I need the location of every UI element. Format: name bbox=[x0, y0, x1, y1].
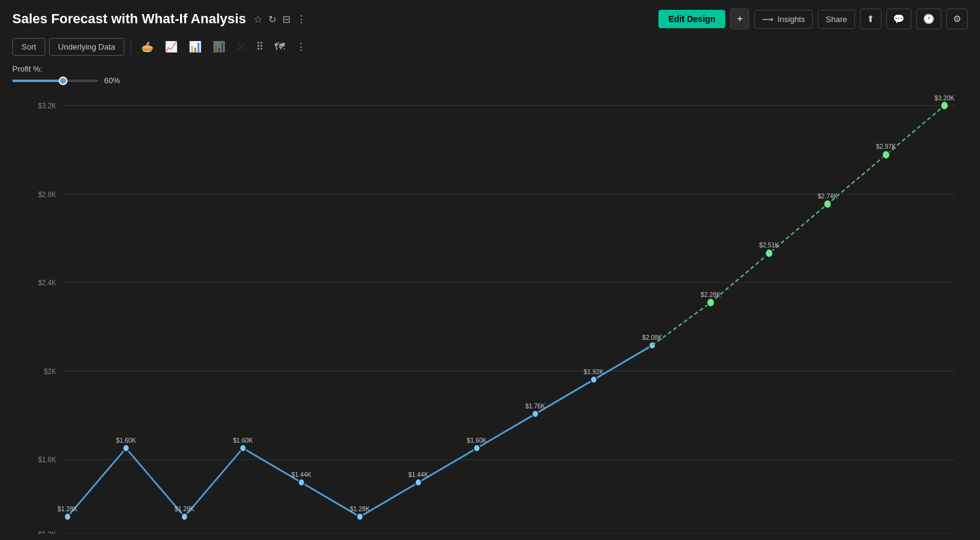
header-left: Sales Forecast with What-If Analysis ☆ ↻… bbox=[12, 11, 306, 27]
forecast-dot-3 bbox=[882, 151, 889, 159]
y-label-1: $3.2K bbox=[38, 101, 56, 110]
data-label-7: $1.60K bbox=[467, 436, 487, 444]
data-label-4: $1.44K bbox=[292, 470, 312, 478]
comment-button[interactable]: 💬 bbox=[886, 9, 911, 29]
line-chart-icon[interactable]: 📈 bbox=[161, 38, 181, 56]
forecast-dot-2 bbox=[824, 200, 831, 208]
actual-dot-0 bbox=[64, 513, 70, 520]
slider-section: Profit %: 60% bbox=[0, 61, 980, 85]
data-label-1: $1.60K bbox=[116, 436, 137, 444]
chart-area: $3.2K $2.8K $2.4K $2K $1.6K $1.2K bbox=[0, 85, 980, 540]
forecast-label-2: $2.74K bbox=[818, 192, 838, 200]
export-button[interactable]: ⬆ bbox=[860, 9, 881, 29]
data-label-8: $1.76K bbox=[526, 402, 546, 410]
slider-label: Profit %: bbox=[12, 64, 968, 73]
insights-icon: ⟿ bbox=[762, 15, 774, 24]
actual-dot-1 bbox=[123, 444, 129, 452]
slider-value: 60% bbox=[104, 76, 120, 85]
toolbar-separator bbox=[130, 40, 131, 54]
y-label-5: $1.6K bbox=[38, 456, 56, 465]
data-label-0: $1.28K bbox=[58, 504, 78, 512]
star-icon[interactable]: ☆ bbox=[254, 13, 262, 25]
profit-slider[interactable] bbox=[12, 80, 98, 82]
page-title: Sales Forecast with What-If Analysis bbox=[12, 11, 246, 27]
forecast-label-3: $2.97K bbox=[876, 143, 896, 151]
sort-button[interactable]: Sort bbox=[12, 38, 45, 56]
header: Sales Forecast with What-If Analysis ☆ ↻… bbox=[0, 0, 980, 36]
forecast-dot-1 bbox=[766, 249, 773, 258]
actual-dot-3 bbox=[240, 444, 246, 452]
map-icon[interactable]: 🗺 bbox=[271, 39, 288, 56]
history-button[interactable]: 🕐 bbox=[916, 9, 941, 29]
data-label-9: $1.92K bbox=[584, 367, 604, 375]
forecast-dot-4 bbox=[941, 101, 948, 110]
data-label-3: $1.60K bbox=[233, 436, 253, 444]
actual-dot-8 bbox=[532, 410, 538, 418]
actual-dot-7 bbox=[473, 444, 480, 452]
bar-chart-icon[interactable]: 📊 bbox=[185, 38, 205, 56]
pie-chart-icon[interactable]: 🥧 bbox=[137, 38, 157, 56]
header-icons: ☆ ↻ ⊟ ⋮ bbox=[254, 13, 306, 25]
actual-dot-5 bbox=[356, 513, 363, 520]
dots-icon[interactable]: ⠿ bbox=[252, 38, 267, 56]
bar-chart-2-icon[interactable]: 📊 bbox=[209, 38, 229, 56]
header-right: Edit Design + ⟿ Insights Share ⬆ 💬 🕐 ⚙ bbox=[658, 9, 968, 29]
forecast-label-0: $2.28K bbox=[701, 290, 721, 298]
app-container: Sales Forecast with What-If Analysis ☆ ↻… bbox=[0, 0, 980, 540]
actual-dot-2 bbox=[181, 513, 187, 520]
y-label-2: $2.8K bbox=[38, 190, 56, 199]
actual-dot-10 bbox=[649, 342, 655, 349]
data-label-5: $1.28K bbox=[350, 504, 370, 512]
actual-dot-4 bbox=[298, 479, 304, 486]
share-button[interactable]: Share bbox=[818, 10, 855, 29]
forecast-label-4: $3.20K bbox=[935, 94, 955, 102]
chart-svg: $3.2K $2.8K $2.4K $2K $1.6K $1.2K bbox=[12, 91, 968, 534]
underlying-data-button[interactable]: Underlying Data bbox=[49, 38, 124, 56]
actual-dot-6 bbox=[415, 479, 421, 486]
slider-wrapper: 60% bbox=[12, 76, 968, 85]
save-icon[interactable]: ⊟ bbox=[282, 13, 290, 25]
y-label-3: $2.4K bbox=[38, 279, 56, 288]
refresh-icon[interactable]: ↻ bbox=[268, 13, 276, 25]
add-button[interactable]: + bbox=[730, 9, 749, 29]
settings-button[interactable]: ⚙ bbox=[946, 9, 968, 29]
actual-dot-9 bbox=[590, 376, 597, 383]
y-label-4: $2K bbox=[44, 367, 56, 376]
data-label-2: $1.28K bbox=[175, 504, 195, 512]
forecast-dot-0 bbox=[707, 298, 714, 307]
edit-design-button[interactable]: Edit Design bbox=[658, 10, 725, 28]
insights-button[interactable]: ⟿ Insights bbox=[754, 10, 813, 29]
scatter-icon[interactable]: ⁙ bbox=[233, 38, 249, 56]
y-label-6: $1.2K bbox=[38, 530, 56, 534]
forecast-line bbox=[652, 105, 944, 345]
forecast-label-1: $2.51K bbox=[759, 241, 779, 249]
more-chart-options-icon[interactable]: ⋮ bbox=[292, 38, 310, 56]
data-label-6: $1.44K bbox=[409, 470, 429, 478]
toolbar: Sort Underlying Data 🥧 📈 📊 📊 ⁙ ⠿ 🗺 ⋮ bbox=[0, 36, 980, 61]
more-vertical-icon[interactable]: ⋮ bbox=[296, 13, 306, 25]
